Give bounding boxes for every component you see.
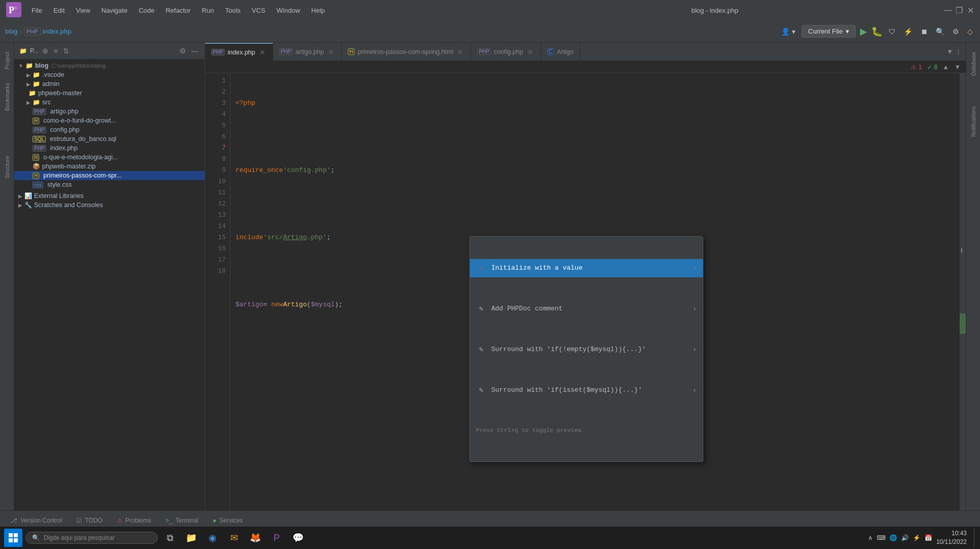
menu-code[interactable]: Code (134, 5, 160, 16)
tree-item-src[interactable]: ▶ 📁 src (14, 98, 204, 107)
tree-item-index[interactable]: PHP index.php (14, 143, 204, 153)
menu-file[interactable]: File (26, 5, 47, 16)
menu-edit[interactable]: Edit (48, 5, 70, 16)
keyboard-icon[interactable]: ⌨ (877, 534, 885, 541)
menu-option-surround2-label: Surround with 'if(isset($mysql)){...}' (491, 385, 688, 396)
menu-tools[interactable]: Tools (220, 5, 246, 16)
nav-up-icon[interactable]: ▲ (942, 63, 949, 71)
terminal-label: Terminal (175, 517, 198, 524)
tab-close-index[interactable]: ✕ (258, 48, 266, 56)
tree-item-admin[interactable]: ▶ 📁 admin (14, 79, 204, 89)
tree-item-ext-libs[interactable]: ▶ 📊 External Libraries (14, 191, 204, 200)
tree-item-vscode[interactable]: ▶ 📁 .vscode (14, 70, 204, 79)
notifications-tab[interactable]: Notifications (968, 101, 978, 142)
tab-close-config[interactable]: ✕ (526, 48, 534, 56)
tree-root[interactable]: ▼ 📁 blog C:\xampp\htdocs\blog (14, 61, 204, 70)
terminal-tab[interactable]: >_ Terminal (159, 515, 204, 526)
hide-button[interactable]: — (190, 46, 199, 56)
tab-index-php[interactable]: PHP index.php ✕ (205, 43, 273, 61)
todo-tab[interactable]: ☑ TODO (70, 515, 108, 526)
tree-item-artigo[interactable]: PHP artigo.php (14, 107, 204, 116)
explorer-icon[interactable]: 📁 (182, 529, 200, 547)
tree-item-scratches[interactable]: ▶ 🔧 Scratches and Consoles (14, 200, 204, 210)
current-file-button[interactable]: Current File ▾ (801, 25, 856, 38)
code-editor[interactable]: 1 2 3 4 5 6 7 8 9 10 11 12 13 14 15 16 1… (205, 73, 966, 510)
close-button[interactable]: ✕ (967, 7, 974, 14)
task-view-button[interactable]: ⧉ (161, 529, 179, 547)
settings-button[interactable]: ⚙ (179, 46, 187, 56)
tab-close-primeiros[interactable]: ✕ (456, 48, 464, 56)
tree-item-primeiros[interactable]: H primeiros-passos-com-spr... (14, 171, 204, 180)
menu-option-phpdoc[interactable]: ✎ Add PHPDoc comment › (470, 300, 703, 318)
code-content[interactable]: <?php require_once 'config.php'; include… (230, 73, 960, 510)
clock[interactable]: 10:43 10/11/2022 (936, 529, 967, 546)
search-icon[interactable]: 🔍 (934, 25, 946, 38)
phpstorm-icon[interactable]: P (268, 529, 286, 547)
menu-window[interactable]: Window (272, 5, 305, 16)
tree-item-sql[interactable]: SQL estrutura_do_banco.sql (14, 134, 204, 143)
stop-button[interactable]: ⏹ (918, 25, 930, 38)
tree-item-style[interactable]: css style.css (14, 180, 204, 189)
tree-item-zip[interactable]: 📦 phpweb-master.zip (14, 162, 204, 171)
tabs-more-button[interactable]: ▼ ⋮ (942, 48, 966, 55)
tab-close-artigo[interactable]: ✕ (327, 48, 335, 56)
breadcrumb-file[interactable]: index.php (43, 27, 71, 35)
problems-tab[interactable]: ⚠ Problems (111, 515, 158, 526)
nav-down-icon[interactable]: ▼ (954, 63, 961, 71)
tree-label-zip: phpweb-master.zip (42, 163, 96, 170)
tab-primeiros[interactable]: H primeiros-passos-com-spring.html ✕ (342, 43, 471, 61)
tab-artigo-php[interactable]: PHP artigo.php ✕ (273, 43, 342, 61)
chrome-icon[interactable]: ◉ (203, 529, 222, 547)
minimize-button[interactable]: — (944, 7, 952, 14)
menu-vcs[interactable]: VCS (247, 5, 271, 16)
tab-php-icon-config: PHP (477, 48, 491, 55)
taskbar-search[interactable]: 🔍 Digite aqui para pesquisar (25, 532, 158, 544)
structure-panel-label[interactable]: Structure (2, 150, 13, 185)
tab-config-php[interactable]: PHP config.php ✕ (471, 43, 541, 61)
run-button[interactable]: ▶ (860, 26, 867, 37)
collapse-button[interactable]: ≡ (52, 46, 58, 56)
show-desktop-button[interactable] (974, 529, 976, 547)
menu-refactor[interactable]: Refactor (161, 5, 196, 16)
line-numbers: 1 2 3 4 5 6 7 8 9 10 11 12 13 14 15 16 1… (205, 73, 230, 510)
warning-count-display[interactable]: ✓ 8 (927, 64, 938, 71)
code-line-4 (235, 198, 955, 210)
mail-icon[interactable]: ✉ (225, 529, 243, 547)
project-panel-label[interactable]: Project (2, 47, 13, 74)
sort-button[interactable]: ⇅ (62, 46, 70, 56)
error-count-display[interactable]: ⚠ 1 (911, 64, 922, 71)
tree-item-oque[interactable]: H o-que-e-metodologia-agi... (14, 153, 204, 162)
coverage-button[interactable]: 🛡 (886, 25, 898, 38)
menu-run[interactable]: Run (197, 5, 219, 16)
menu-navigate[interactable]: Navigate (96, 5, 132, 16)
menu-option-surround2[interactable]: ✎ Surround with 'if(isset($mysql)){...}'… (470, 381, 703, 399)
network-icon[interactable]: 🌐 (889, 534, 897, 541)
maximize-button[interactable]: ❐ (956, 7, 963, 14)
menu-option-surround1[interactable]: ✎ Surround with 'if(!empty($mysql)){...}… (470, 340, 703, 359)
toolbox-icon[interactable]: ◇ (965, 25, 975, 38)
settings-icon[interactable]: ⚙ (951, 25, 961, 38)
profiler-button[interactable]: ⚡ (902, 25, 914, 38)
tree-item-phpweb-master[interactable]: 📁 phpweb-master (14, 89, 204, 98)
vertical-scrollbar[interactable] (960, 73, 966, 510)
menu-help[interactable]: Help (306, 5, 330, 16)
breadcrumb-blog[interactable]: blog (5, 27, 18, 35)
tab-artigo-class[interactable]: C Artigo (541, 43, 580, 61)
menu-view[interactable]: View (71, 5, 95, 16)
tree-item-como[interactable]: H como-e-o-funil-do-growt... (14, 116, 204, 125)
scope-button[interactable]: ⊕ (41, 46, 49, 56)
bookmarks-panel-label[interactable]: Bookmarks (2, 76, 13, 117)
windows-start-button[interactable] (4, 529, 22, 547)
version-control-tab[interactable]: ⎇ Version Control (4, 515, 68, 526)
profile-icon[interactable]: 👤 ▾ (779, 25, 797, 38)
services-tab[interactable]: ● Services (206, 515, 249, 526)
debug-button[interactable]: 🐛 (871, 26, 882, 37)
menu-option-initialize[interactable]: ⚠ Initialize with a value › (470, 259, 703, 277)
tray-up-arrow[interactable]: ∧ (868, 534, 873, 541)
volume-icon[interactable]: 🔊 (901, 534, 909, 541)
database-tab[interactable]: Database (968, 47, 978, 81)
tree-item-config[interactable]: PHP config.php (14, 125, 204, 134)
tree-label-config: config.php (50, 126, 80, 133)
discord-icon[interactable]: 💬 (289, 529, 307, 547)
firefox-icon[interactable]: 🦊 (246, 529, 264, 547)
